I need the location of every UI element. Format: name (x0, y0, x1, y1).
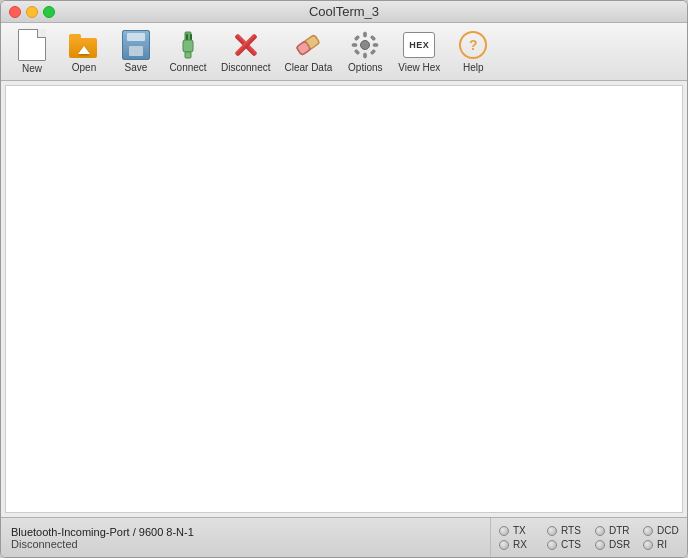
svg-rect-10 (364, 32, 367, 37)
ri-indicator-row: RI (643, 539, 679, 550)
svg-rect-4 (185, 52, 191, 58)
save-disk-icon (122, 30, 150, 60)
svg-rect-16 (354, 49, 360, 55)
tx-led (499, 526, 509, 536)
rtscts-group: RTS CTS (547, 525, 583, 550)
disconnect-button[interactable]: Disconnect (215, 27, 276, 77)
port-info: Bluetooth-Incoming-Port / 9600 8-N-1 (11, 526, 480, 538)
save-button[interactable]: Save (111, 27, 161, 77)
svg-rect-3 (190, 34, 192, 40)
window-controls (9, 6, 55, 18)
dtr-led (595, 526, 605, 536)
cts-led (547, 540, 557, 550)
viewhex-label: View Hex (398, 62, 440, 73)
dtrdsr-group: DTR DSR (595, 525, 631, 550)
rts-indicator-row: RTS (547, 525, 583, 536)
open-label: Open (72, 62, 96, 73)
viewhex-icon-area: HEX (403, 31, 435, 60)
open-icon-area (68, 31, 100, 60)
help-question-icon: ? (459, 31, 487, 59)
rts-label: RTS (561, 525, 583, 536)
new-doc-icon (18, 29, 46, 61)
options-icon-area (349, 30, 381, 60)
dcdri-group: DCD RI (643, 525, 679, 550)
svg-point-9 (361, 41, 370, 50)
cts-label: CTS (561, 539, 583, 550)
ri-label: RI (657, 539, 679, 550)
svg-rect-11 (364, 53, 367, 58)
status-right-panel: TX RX RTS CTS (491, 518, 687, 557)
minimize-button[interactable] (26, 6, 38, 18)
dsr-indicator-row: DSR (595, 539, 631, 550)
toolbar: New Open Save (1, 23, 687, 81)
new-icon-area (16, 29, 48, 61)
connect-plug-icon (173, 30, 203, 60)
svg-rect-15 (370, 35, 376, 41)
statusbar: Bluetooth-Incoming-Port / 9600 8-N-1 Dis… (1, 517, 687, 557)
connection-status: Disconnected (11, 538, 480, 550)
dcd-indicator-row: DCD (643, 525, 679, 536)
disconnect-x-icon (231, 30, 261, 60)
dtr-label: DTR (609, 525, 631, 536)
close-button[interactable] (9, 6, 21, 18)
rx-indicator-row: RX (499, 539, 535, 550)
svg-rect-2 (186, 34, 188, 40)
help-button[interactable]: ? Help (448, 27, 498, 77)
save-label: Save (125, 62, 148, 73)
status-left-panel: Bluetooth-Incoming-Port / 9600 8-N-1 Dis… (1, 518, 491, 557)
app-window: CoolTerm_3 New Open (0, 0, 688, 558)
titlebar: CoolTerm_3 (1, 1, 687, 23)
open-button[interactable]: Open (59, 27, 109, 77)
open-folder-icon (69, 32, 99, 58)
rx-led (499, 540, 509, 550)
svg-rect-14 (354, 35, 360, 41)
maximize-button[interactable] (43, 6, 55, 18)
svg-rect-17 (370, 49, 376, 55)
disconnect-label: Disconnect (221, 62, 270, 73)
svg-rect-1 (183, 40, 193, 52)
new-label: New (22, 63, 42, 74)
options-button[interactable]: Options (340, 27, 390, 77)
connect-icon-area (172, 30, 204, 60)
tx-indicator-row: TX (499, 525, 535, 536)
terminal-area[interactable] (5, 85, 683, 513)
txrx-group: TX RX (499, 525, 535, 550)
clear-data-bandage-icon (293, 30, 323, 60)
help-icon-area: ? (457, 31, 489, 60)
view-hex-box-icon: HEX (403, 32, 435, 58)
hex-label: HEX (409, 40, 429, 50)
cleardata-icon-area (292, 30, 324, 60)
disconnect-icon-area (230, 30, 262, 60)
dcd-led (643, 526, 653, 536)
tx-label: TX (513, 525, 535, 536)
cleardata-button[interactable]: Clear Data (278, 27, 338, 77)
save-icon-area (120, 30, 152, 60)
svg-rect-12 (352, 44, 357, 47)
cleardata-label: Clear Data (284, 62, 332, 73)
dtr-indicator-row: DTR (595, 525, 631, 536)
dcd-label: DCD (657, 525, 679, 536)
window-title: CoolTerm_3 (309, 4, 379, 19)
dsr-led (595, 540, 605, 550)
options-label: Options (348, 62, 382, 73)
rx-label: RX (513, 539, 535, 550)
viewhex-button[interactable]: HEX View Hex (392, 27, 446, 77)
ri-led (643, 540, 653, 550)
options-gear-icon (350, 30, 380, 60)
rts-led (547, 526, 557, 536)
svg-rect-13 (373, 44, 378, 47)
cts-indicator-row: CTS (547, 539, 583, 550)
help-label: Help (463, 62, 484, 73)
new-button[interactable]: New (7, 27, 57, 77)
connect-label: Connect (169, 62, 206, 73)
connect-button[interactable]: Connect (163, 27, 213, 77)
dsr-label: DSR (609, 539, 631, 550)
